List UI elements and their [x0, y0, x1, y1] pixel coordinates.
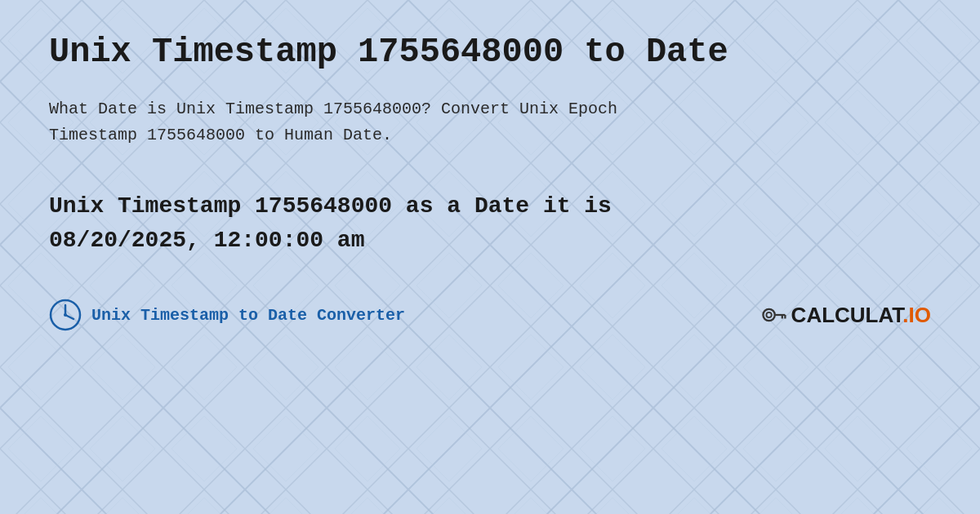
description-line1: What Date is Unix Timestamp 1755648000? …: [49, 100, 617, 118]
svg-point-11: [766, 312, 771, 317]
result-line1: Unix Timestamp 1755648000 as a Date it i…: [49, 189, 931, 224]
result-section: Unix Timestamp 1755648000 as a Date it i…: [49, 189, 931, 258]
logo-text: CALCULAT.IO: [791, 303, 931, 328]
footer-left[interactable]: Unix Timestamp to Date Converter: [49, 299, 405, 331]
logo[interactable]: CALCULAT.IO: [759, 300, 931, 330]
svg-point-10: [763, 309, 774, 321]
logo-icon: [759, 300, 788, 330]
clock-icon: [49, 299, 82, 331]
svg-point-9: [64, 313, 67, 317]
description-text: What Date is Unix Timestamp 1755648000? …: [49, 96, 784, 148]
footer-link-text[interactable]: Unix Timestamp to Date Converter: [91, 306, 405, 325]
footer: Unix Timestamp to Date Converter CALCULA…: [49, 299, 931, 331]
result-line2: 08/20/2025, 12:00:00 am: [49, 224, 931, 258]
description-line2: Timestamp 1755648000 to Human Date.: [49, 126, 392, 144]
page-title: Unix Timestamp 1755648000 to Date: [49, 33, 931, 72]
